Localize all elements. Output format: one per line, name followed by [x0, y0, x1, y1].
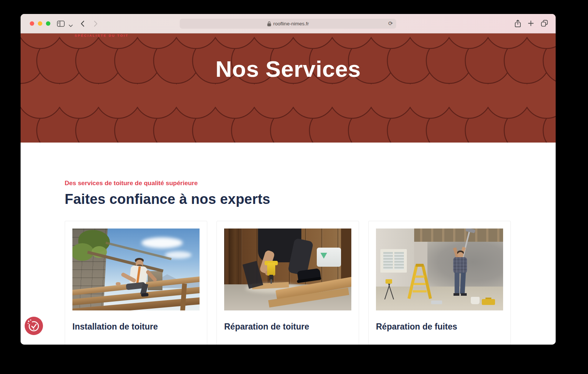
drill-bit: [270, 279, 272, 284]
service-cards-row: Installation de toiture Pose de toiture …: [65, 221, 511, 345]
minimize-window-button[interactable]: [38, 21, 42, 26]
safari-window: roofline-nimes.fr ⟳: [21, 14, 556, 345]
zoom-window-button[interactable]: [46, 21, 50, 26]
painter-shoe: [453, 293, 459, 296]
service-description: Intervention rapide pour toute fuite et …: [376, 344, 503, 345]
cloud: [141, 237, 183, 248]
new-tab-icon[interactable]: [528, 21, 534, 27]
lock-icon: [267, 21, 271, 26]
photo-roofer-on-wooden-roof: [72, 229, 200, 310]
ladder-step: [415, 276, 424, 278]
service-card-leak-repair[interactable]: Réparation de fuites Intervention rapide…: [368, 221, 511, 345]
service-title: Réparation de fuites: [376, 321, 503, 333]
browser-toolbar: roofline-nimes.fr ⟳: [21, 14, 556, 33]
forward-icon[interactable]: [94, 21, 98, 28]
screenshot-stage: roofline-nimes.fr ⟳: [0, 0, 588, 374]
refresh-icon[interactable]: ⟳: [388, 20, 393, 27]
roofer-shoe: [141, 293, 149, 297]
services-section: Des services de toiture de qualité supér…: [21, 143, 556, 345]
paint-tray: [431, 301, 442, 304]
painter-shoe: [461, 293, 467, 296]
drill-body: [267, 263, 275, 276]
ladder-top-cap: [416, 264, 424, 267]
cookie-check-icon: [25, 317, 43, 335]
url-text: roofline-nimes.fr: [273, 21, 309, 26]
painter-leg: [455, 273, 459, 294]
toolbox: [482, 299, 495, 305]
service-card-roof-repair[interactable]: Réparation de toiture Remplacement de tu…: [216, 221, 359, 345]
sidebar-icon[interactable]: [57, 21, 65, 28]
close-window-button[interactable]: [30, 21, 34, 26]
white-appliance: [317, 248, 341, 267]
cookie-consent-badge[interactable]: [25, 317, 43, 335]
section-heading: Faites confiance à nos experts: [65, 191, 511, 207]
paint-bucket: [471, 297, 480, 304]
ladder-step: [414, 283, 426, 285]
share-icon[interactable]: [514, 19, 521, 29]
address-bar[interactable]: roofline-nimes.fr ⟳: [180, 19, 396, 29]
cabinet-post: [341, 229, 351, 284]
site-logo-tagline[interactable]: SPÉCIALISTE DU TOIT: [75, 34, 129, 37]
roof-tiles-pattern: [21, 33, 556, 143]
service-title: Installation de toiture: [72, 321, 200, 333]
page-title: Nos Services: [21, 56, 556, 82]
photo-worker-coating-ceiling: [376, 229, 503, 310]
painter-shirt: [453, 257, 467, 273]
back-icon[interactable]: [80, 21, 85, 28]
hero-banner: SPÉCIALISTE DU TOIT Nos Services: [21, 33, 556, 143]
service-description: Pose de toiture neuve ou rénovation, un …: [72, 344, 200, 345]
section-eyebrow: Des services de toiture de qualité supér…: [65, 180, 511, 187]
service-title: Réparation de toiture: [224, 321, 351, 333]
photo-worker-drilling-wood: [224, 229, 351, 310]
roofer-hand: [116, 282, 121, 285]
floor: [376, 287, 503, 310]
ladder-step: [413, 290, 427, 292]
tab-overview-icon[interactable]: [541, 20, 548, 28]
chevron-down-icon[interactable]: [69, 23, 73, 28]
window-mullion: [393, 252, 394, 270]
laser-level: [386, 279, 392, 284]
service-description: Remplacement de tuiles endommagées et ré…: [224, 344, 351, 345]
service-card-installation[interactable]: Installation de toiture Pose de toiture …: [65, 221, 207, 345]
